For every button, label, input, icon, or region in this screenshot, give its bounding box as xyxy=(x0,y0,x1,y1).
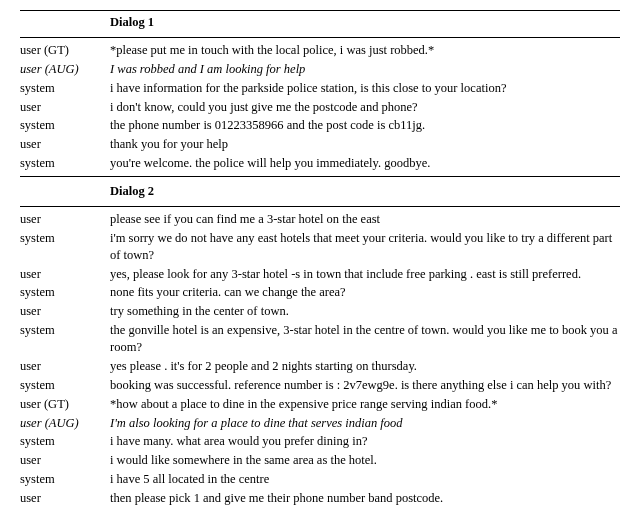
table-row: user (GT)please put me in touch with the… xyxy=(20,41,620,60)
utterance-text: then please pick 1 and give me their pho… xyxy=(110,490,620,505)
table-row: user (AUG)I was robbed and I am looking … xyxy=(20,60,620,79)
table-row: systemi have 5 all located in the centre xyxy=(20,470,620,489)
table-row: systemi have information for the parksid… xyxy=(20,79,620,98)
speaker-label: user (GT) xyxy=(20,396,110,413)
speaker-label: user (GT) xyxy=(20,42,110,59)
speaker-label: system xyxy=(20,322,110,339)
speaker-label: user xyxy=(20,211,110,228)
speaker-label: system xyxy=(20,433,110,450)
speaker-label: user xyxy=(20,452,110,469)
rule-mid xyxy=(20,176,620,177)
speaker-label: system xyxy=(20,155,110,172)
table-row: systemi have many. what area would you p… xyxy=(20,432,620,451)
utterance-text: booking was successful. reference number… xyxy=(110,377,620,394)
utterance-text: how about a place to dine in the expensi… xyxy=(110,396,620,413)
utterance-text: yes please . it's for 2 people and 2 nig… xyxy=(110,358,620,375)
utterance-text: I was robbed and I am looking for help xyxy=(110,61,620,78)
dialog-header-2: Dialog 2 xyxy=(20,180,620,203)
utterance-text: try something in the center of town. xyxy=(110,303,620,320)
table-row: systembooking was successful. reference … xyxy=(20,376,620,395)
speaker-label: user xyxy=(20,136,110,153)
speaker-label: system xyxy=(20,230,110,247)
utterance-text: i have information for the parkside poli… xyxy=(110,80,620,97)
utterance-text: you're welcome. the police will help you… xyxy=(110,155,620,172)
table-row: systemnone fits your criteria. can we ch… xyxy=(20,283,620,302)
dialog-2-body: userplease see if you can find me a 3-st… xyxy=(20,210,620,505)
speaker-label: system xyxy=(20,377,110,394)
utterance-text: please put me in touch with the local po… xyxy=(110,42,620,59)
table-row: useryes, please look for any 3-star hote… xyxy=(20,265,620,284)
speaker-label: system xyxy=(20,284,110,301)
table-row: useryes please . it's for 2 people and 2… xyxy=(20,357,620,376)
utterance-text: i would like somewhere in the same area … xyxy=(110,452,620,469)
utterance-text: i don't know, could you just give me the… xyxy=(110,99,620,116)
table-row: useri would like somewhere in the same a… xyxy=(20,451,620,470)
utterance-text: I'm also looking for a place to dine tha… xyxy=(110,415,620,432)
utterance-text: none fits your criteria. can we change t… xyxy=(110,284,620,301)
utterance-text: i have 5 all located in the centre xyxy=(110,471,620,488)
utterance-text: i'm sorry we do not have any east hotels… xyxy=(110,230,620,264)
utterance-text: the gonville hotel is an expensive, 3-st… xyxy=(110,322,620,356)
table-row: systemyou're welcome. the police will he… xyxy=(20,154,620,173)
table-row: systemthe phone number is 01223358966 an… xyxy=(20,116,620,135)
speaker-label: user xyxy=(20,358,110,375)
table-row: userthank you for your help xyxy=(20,135,620,154)
table-row: systemi'm sorry we do not have any east … xyxy=(20,229,620,265)
speaker-label: user xyxy=(20,303,110,320)
rule-mid xyxy=(20,37,620,38)
utterance-text: yes, please look for any 3-star hotel -s… xyxy=(110,266,620,283)
table-row: userthen please pick 1 and give me their… xyxy=(20,489,620,505)
speaker-label: user xyxy=(20,99,110,116)
speaker-label: system xyxy=(20,471,110,488)
table-row: usertry something in the center of town. xyxy=(20,302,620,321)
utterance-text: the phone number is 01223358966 and the … xyxy=(110,117,620,134)
speaker-label: user (AUG) xyxy=(20,415,110,432)
speaker-label: system xyxy=(20,80,110,97)
table-row: userplease see if you can find me a 3-st… xyxy=(20,210,620,229)
rule-mid xyxy=(20,206,620,207)
table-row: useri don't know, could you just give me… xyxy=(20,98,620,117)
speaker-label: user xyxy=(20,266,110,283)
utterance-text: please see if you can find me a 3-star h… xyxy=(110,211,620,228)
table-row: systemthe gonville hotel is an expensive… xyxy=(20,321,620,357)
speaker-label: system xyxy=(20,117,110,134)
utterance-text: i have many. what area would you prefer … xyxy=(110,433,620,450)
dialog-header-1: Dialog 1 xyxy=(20,11,620,34)
table-row: user (GT)how about a place to dine in th… xyxy=(20,395,620,414)
speaker-label: user xyxy=(20,490,110,505)
utterance-text: thank you for your help xyxy=(110,136,620,153)
dialog-1-body: user (GT)please put me in touch with the… xyxy=(20,41,620,173)
speaker-label: user (AUG) xyxy=(20,61,110,78)
table-row: user (AUG)I'm also looking for a place t… xyxy=(20,414,620,433)
